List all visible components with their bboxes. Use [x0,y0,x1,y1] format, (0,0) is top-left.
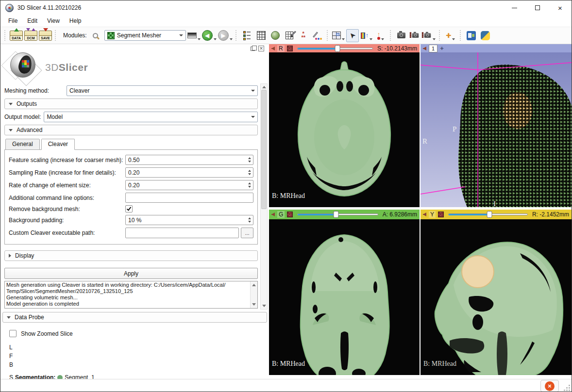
cleaver-path-label: Custom Cleaver executable path: [9,229,125,236]
module-selector[interactable]: Segment Mesher [104,30,186,41]
advanced-section-header[interactable]: Advanced [4,125,258,135]
chevron-down-icon [251,90,255,92]
module-history-button[interactable] [187,29,201,42]
slice-menu-icon[interactable] [438,212,444,217]
threed-viewport[interactable]: R P I [421,52,572,209]
toolbar-separator [55,30,57,41]
chevron-down-icon [251,116,255,118]
log-scrollbar[interactable] [250,281,257,308]
volume-rendering-button[interactable] [269,29,282,42]
yellow-slice-slider[interactable] [448,211,528,218]
red-slice-controller: R S: -10.2143mm [269,44,420,52]
place-markup-button[interactable]: ↑ [374,29,387,42]
place-markup-icon: ↑ [377,32,380,40]
spin-down-icon [248,173,251,175]
crosshair-small-icon[interactable]: + [440,45,444,51]
scroll-up-icon[interactable] [262,86,266,88]
check-icon [127,206,131,211]
error-icon: × [545,381,555,391]
sample-data-button[interactable] [255,29,268,42]
slider-handle[interactable] [334,211,339,218]
resize-grip[interactable] [569,390,570,391]
slider-handle[interactable] [487,211,492,218]
red-slice-viewport[interactable]: B: MRHead [269,52,420,209]
tab-cleaver[interactable]: Cleaver [41,139,75,150]
module-back-button[interactable]: ◀ [202,29,217,42]
module-finder-button[interactable] [241,29,253,42]
scrollbar-thumb[interactable] [261,90,267,209]
tab-general[interactable]: General [5,139,40,150]
chevron-down-icon [342,38,345,40]
menu-file[interactable]: File [3,16,22,26]
mesh-edit-button[interactable] [283,29,296,42]
meshing-method-combo[interactable]: Cleaver [67,85,258,96]
cli-options-input[interactable] [125,193,253,203]
remove-background-checkbox[interactable] [125,205,133,212]
red-volume-label: B: MRHead [272,192,305,199]
threed-view-controller: 1 + [421,44,572,52]
module-forward-button[interactable]: ▶ [218,29,233,42]
extensions-manager-button[interactable] [465,29,478,42]
pin-icon[interactable] [271,212,275,216]
red-view-letter: R [277,45,285,52]
toolbar-separator [4,30,7,41]
menu-edit[interactable]: Edit [22,16,42,26]
pin-icon[interactable] [271,47,275,50]
pin-icon[interactable] [423,212,426,216]
cleaver-path-combo[interactable] [125,228,239,238]
menu-view[interactable]: View [42,16,65,26]
segment-paint-button[interactable] [311,29,324,42]
back-arrow-icon: ◀ [202,30,213,41]
slice-menu-icon[interactable] [287,46,293,51]
sampling-rate-spinbox[interactable]: 0.20 [125,167,253,178]
extensions-icon [467,31,476,40]
maximize-button[interactable] [526,0,549,15]
crosshair-button[interactable]: + [444,29,457,42]
red-slice-slider[interactable] [297,45,373,52]
panel-scrollbar[interactable] [260,83,268,310]
rate-of-change-spinbox[interactable]: 0.20 [125,180,253,190]
scene-view-capture-button[interactable] [409,29,422,42]
load-data-button[interactable]: DATA [10,29,23,42]
scene-view-restore-button[interactable] [423,29,436,42]
data-probe-header[interactable]: Data Probe [2,312,267,323]
window-level-button[interactable]: ↑ [360,29,373,42]
error-log-button[interactable]: × [540,380,559,392]
output-model-combo[interactable]: Model [44,112,258,122]
show-zoomed-slice-checkbox[interactable] [9,330,17,337]
module-history-icon [187,33,197,38]
pin-icon[interactable] [423,47,426,50]
mouse-interaction-button[interactable]: ➤ [346,29,359,42]
panel-close-icon[interactable]: × [258,46,264,51]
background-padding-spinbox[interactable]: 10 % [125,215,253,225]
python-console-button[interactable] [479,29,492,42]
outputs-section-header[interactable]: Outputs [4,98,258,109]
panel-undock-icon[interactable] [251,47,255,51]
layout-grid-icon [332,32,341,39]
module-search-button[interactable] [90,29,103,42]
green-slice-viewport[interactable]: B: MRHead [269,219,420,376]
minimize-button[interactable] [503,0,526,15]
browse-button[interactable]: ... [241,228,253,238]
screenshot-button[interactable] [395,29,408,42]
slider-handle[interactable] [335,45,340,52]
rate-of-change-label: Rate of change of element size: [9,182,125,189]
app-icon [5,4,14,12]
transforms-button[interactable]: *** [297,29,310,42]
log-line: Temp/Slicer/SegmentMesher/20210726_13251… [6,288,249,294]
apply-button[interactable]: Apply [4,268,258,279]
dicom-button[interactable]: DCM [24,29,37,42]
feature-scaling-spinbox[interactable]: 0.50 [125,155,253,165]
slice-menu-icon[interactable] [287,212,293,217]
python-icon [481,31,490,40]
layout-selector-button[interactable] [332,29,345,42]
feature-scaling-label: Feature scaling (increase for coarser me… [9,157,125,163]
menu-help[interactable]: Help [65,16,86,26]
scroll-down-icon[interactable] [262,305,266,307]
axis-label-i: I [493,200,496,207]
yellow-slice-viewport[interactable]: B: MRHead [421,219,572,376]
save-button[interactable]: SAVE [39,29,52,42]
green-slice-slider[interactable] [297,211,378,218]
display-section-header[interactable]: Display [4,250,258,261]
close-button[interactable]: × [549,0,572,15]
